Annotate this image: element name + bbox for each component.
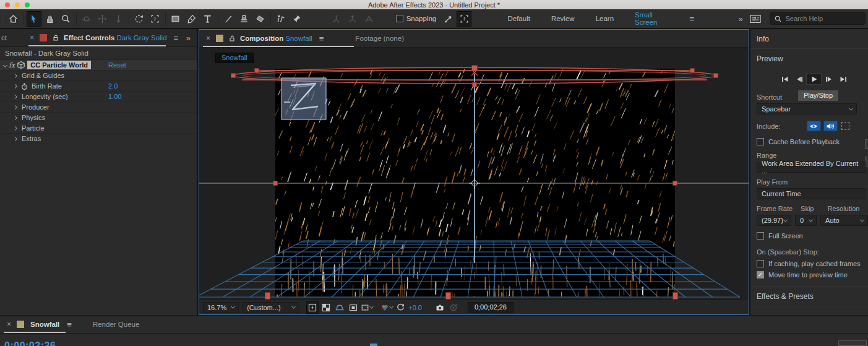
shortcut-select[interactable]: Spacebar (757, 103, 857, 115)
expand-chevron-icon[interactable] (13, 94, 17, 98)
fast-previews-button[interactable] (306, 301, 319, 314)
exposure-value[interactable]: +0.0 (408, 304, 422, 311)
timeline-timecode[interactable]: 0;00;02;26 (4, 340, 56, 346)
hand-tool-button[interactable] (43, 11, 58, 27)
expand-chevron-icon[interactable] (13, 136, 17, 141)
search-help-field[interactable]: Search Help (770, 12, 866, 25)
effect-row-cc-particle-world[interactable]: fx CC Particle World Reset (0, 60, 197, 71)
panel-target-comp[interactable]: Snowfall (285, 35, 312, 42)
workspace-tab-learn[interactable]: Learn (585, 15, 624, 22)
preview-panel-tab[interactable]: Preview (750, 49, 868, 63)
previous-frame-button[interactable] (792, 74, 806, 84)
include-overlays-button[interactable] (841, 122, 849, 130)
stop-option-row[interactable]: If caching, play cached frames (757, 260, 868, 267)
composition-viewport[interactable]: Snowfall (199, 48, 749, 301)
panel-options-icon[interactable] (747, 11, 764, 27)
viewport-canvas[interactable] (199, 48, 749, 301)
clone-stamp-tool-button[interactable] (237, 11, 252, 27)
grid-guides-options-button[interactable] (361, 301, 373, 314)
play-stop-button[interactable] (806, 73, 822, 85)
collapse-chevron-icon[interactable] (3, 63, 7, 67)
panel-menu-icon[interactable]: ≡ (170, 33, 183, 43)
timeline-comp-tab[interactable]: Snowfall (30, 321, 59, 328)
footage-tab[interactable]: Footage (none) (355, 35, 404, 42)
expand-chevron-icon[interactable] (13, 84, 17, 88)
render-queue-tab[interactable]: Render Queue (93, 321, 139, 328)
type-tool-button[interactable] (200, 11, 215, 27)
include-audio-button[interactable] (823, 121, 838, 131)
first-frame-button[interactable] (778, 74, 792, 84)
rotation-tool-button[interactable] (132, 11, 147, 27)
property-value[interactable]: 1.00 (108, 93, 121, 100)
full-screen-checkbox[interactable] (757, 232, 764, 240)
mask-visibility-button[interactable] (333, 301, 346, 314)
expand-chevron-icon[interactable] (13, 105, 17, 109)
take-snapshot-button[interactable] (434, 301, 446, 314)
brush-tool-button[interactable] (221, 11, 236, 27)
panel-menu-icon[interactable]: ≡ (316, 34, 328, 43)
effect-property-row[interactable]: Grid & Guides (0, 71, 197, 81)
cache-before-playback-row[interactable]: Cache Before Playback (757, 138, 868, 145)
reset-effect-link[interactable]: Reset (108, 61, 126, 69)
workspace-tab-review[interactable]: Review (541, 15, 585, 22)
close-panel-icon[interactable]: × (4, 320, 14, 329)
panel-title[interactable]: Effect Controls (64, 34, 114, 41)
effect-property-row[interactable]: Extras (0, 134, 197, 144)
home-tool-button[interactable] (6, 11, 21, 27)
effect-property-row[interactable]: Particle (0, 123, 197, 134)
comp-breadcrumb-button[interactable]: Snowfall (215, 53, 254, 63)
full-screen-row[interactable]: Full Screen (757, 232, 868, 240)
play-cached-frames-checkbox[interactable] (757, 260, 764, 267)
panel-menu-icon[interactable]: ≡ (63, 320, 75, 329)
lock-icon[interactable] (52, 34, 59, 41)
selection-tool-button[interactable] (27, 11, 41, 27)
effect-property-row[interactable]: Producer (0, 102, 197, 113)
time-indicator-marker[interactable] (370, 344, 377, 346)
resolution-dropdown[interactable]: (Custom...) (243, 302, 299, 313)
toolbar-overflow-chevron[interactable]: » (734, 14, 746, 24)
stop-option-row[interactable]: ✓ Move time to preview time (757, 271, 868, 279)
workspace-tab-default[interactable]: Default (497, 15, 540, 22)
workspace-menu-icon[interactable]: ≡ (685, 14, 698, 24)
snapping-checkbox[interactable] (396, 15, 403, 22)
effect-name[interactable]: CC Particle World (27, 61, 91, 69)
project-tab-fragment[interactable]: ct (1, 34, 7, 41)
property-value[interactable]: 2.0 (108, 82, 118, 90)
expand-chevron-icon[interactable] (13, 126, 17, 130)
move-time-checkbox[interactable]: ✓ (757, 271, 764, 279)
close-panel-icon[interactable]: × (203, 34, 213, 43)
current-timecode[interactable]: 0;00;02;26 (468, 302, 513, 313)
panel-target-layer[interactable]: Dark Gray Solid (116, 34, 166, 41)
expand-chevron-icon[interactable] (13, 115, 17, 119)
skip-select[interactable]: 0 (795, 215, 817, 226)
toolbar-grip[interactable] (1, 12, 6, 25)
last-frame-button[interactable] (836, 74, 850, 84)
lock-icon[interactable] (228, 35, 236, 42)
camera-bracket-tool-button[interactable] (148, 11, 163, 27)
info-panel-tab[interactable]: Info (750, 29, 868, 43)
sketch-layer-thumbnail[interactable] (281, 78, 326, 119)
effect-property-row[interactable]: Longevity (sec) 1.00 (0, 92, 197, 102)
resolution-select[interactable]: Auto (820, 215, 868, 226)
close-panel-icon[interactable]: × (27, 33, 37, 42)
range-select[interactable]: Work Area Extended By Current ... (757, 162, 866, 173)
snap-options-icon[interactable] (440, 11, 455, 27)
cache-before-playback-checkbox[interactable] (757, 138, 764, 145)
frame-rate-select[interactable]: (29.97) (757, 215, 791, 226)
workspace-tab-small-screen[interactable]: Small Screen (624, 11, 685, 26)
stopwatch-icon[interactable] (20, 82, 28, 90)
show-channel-button[interactable] (380, 301, 393, 314)
expand-chevron-icon[interactable] (13, 73, 17, 77)
panel-title[interactable]: Composition (240, 35, 283, 42)
panel-overflow-chevron[interactable]: » (183, 33, 194, 43)
fx-badge-icon[interactable]: fx (9, 61, 15, 69)
next-frame-button[interactable] (822, 74, 836, 84)
effect-property-row[interactable]: Birth Rate 2.0 (0, 81, 197, 92)
include-video-button[interactable] (807, 121, 821, 131)
effects-presets-panel-tab[interactable]: Effects & Presets (750, 287, 868, 301)
transparency-grid-button[interactable] (320, 301, 332, 314)
region-of-interest-button[interactable] (347, 301, 359, 314)
eraser-tool-button[interactable] (253, 11, 268, 27)
magnification-dropdown[interactable]: 16.7% (203, 302, 239, 313)
capture-region-button[interactable] (457, 11, 471, 27)
